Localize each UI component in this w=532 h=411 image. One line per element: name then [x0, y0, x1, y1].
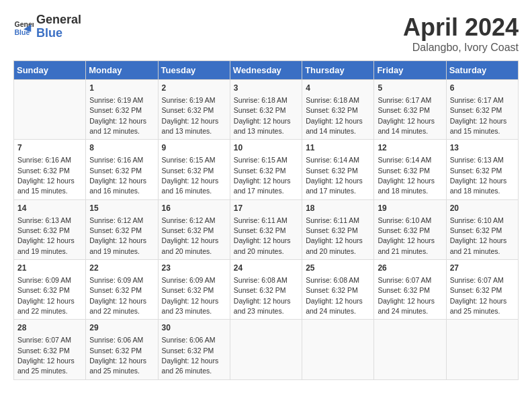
calendar-cell: 19Sunrise: 6:10 AM Sunset: 6:32 PM Dayli… — [374, 199, 446, 259]
day-number: 10 — [234, 142, 298, 154]
calendar-cell: 9Sunrise: 6:15 AM Sunset: 6:32 PM Daylig… — [158, 140, 230, 199]
calendar-cell — [374, 320, 446, 379]
logo-text: General Blue — [36, 13, 81, 40]
day-info: Sunrise: 6:10 AM Sunset: 6:32 PM Dayligh… — [450, 216, 507, 255]
col-header-monday: Monday — [86, 61, 158, 80]
calendar-table: SundayMondayTuesdayWednesdayThursdayFrid… — [13, 60, 519, 380]
day-number: 15 — [89, 203, 154, 214]
day-info: Sunrise: 6:16 AM Sunset: 6:32 PM Dayligh… — [89, 156, 146, 195]
day-info: Sunrise: 6:18 AM Sunset: 6:32 PM Dayligh… — [306, 96, 363, 135]
col-header-tuesday: Tuesday — [158, 61, 230, 80]
calendar-cell: 26Sunrise: 6:07 AM Sunset: 6:32 PM Dayli… — [374, 260, 446, 320]
day-info: Sunrise: 6:18 AM Sunset: 6:32 PM Dayligh… — [234, 96, 291, 135]
day-number: 14 — [17, 203, 82, 214]
day-info: Sunrise: 6:14 AM Sunset: 6:32 PM Dayligh… — [306, 156, 363, 195]
day-number: 19 — [378, 203, 442, 214]
day-info: Sunrise: 6:12 AM Sunset: 6:32 PM Dayligh… — [89, 216, 146, 255]
calendar-week-3: 14Sunrise: 6:13 AM Sunset: 6:32 PM Dayli… — [14, 199, 519, 259]
day-info: Sunrise: 6:15 AM Sunset: 6:32 PM Dayligh… — [234, 156, 291, 195]
day-number: 21 — [17, 263, 82, 274]
calendar-body: 1Sunrise: 6:19 AM Sunset: 6:32 PM Daylig… — [14, 80, 519, 380]
calendar-header-row: SundayMondayTuesdayWednesdayThursdayFrid… — [14, 61, 519, 80]
day-number: 24 — [234, 263, 298, 274]
calendar-cell — [446, 320, 518, 379]
calendar-cell: 1Sunrise: 6:19 AM Sunset: 6:32 PM Daylig… — [86, 80, 158, 140]
day-number: 17 — [234, 203, 298, 214]
calendar-cell: 21Sunrise: 6:09 AM Sunset: 6:32 PM Dayli… — [14, 260, 86, 320]
calendar-cell: 14Sunrise: 6:13 AM Sunset: 6:32 PM Dayli… — [14, 199, 86, 259]
calendar-cell: 20Sunrise: 6:10 AM Sunset: 6:32 PM Dayli… — [446, 199, 518, 259]
calendar-cell: 2Sunrise: 6:19 AM Sunset: 6:32 PM Daylig… — [158, 80, 230, 140]
calendar-cell: 4Sunrise: 6:18 AM Sunset: 6:32 PM Daylig… — [302, 80, 374, 140]
logo: General Blue General Blue — [13, 13, 81, 40]
calendar-cell: 22Sunrise: 6:09 AM Sunset: 6:32 PM Dayli… — [86, 260, 158, 320]
calendar-cell — [230, 320, 302, 379]
calendar-cell: 18Sunrise: 6:11 AM Sunset: 6:32 PM Dayli… — [302, 199, 374, 259]
day-number: 18 — [306, 203, 370, 214]
day-info: Sunrise: 6:08 AM Sunset: 6:32 PM Dayligh… — [234, 276, 291, 315]
col-header-thursday: Thursday — [302, 61, 374, 80]
calendar-cell: 10Sunrise: 6:15 AM Sunset: 6:32 PM Dayli… — [230, 140, 302, 199]
day-info: Sunrise: 6:06 AM Sunset: 6:32 PM Dayligh… — [89, 336, 146, 375]
day-info: Sunrise: 6:07 AM Sunset: 6:32 PM Dayligh… — [378, 276, 435, 315]
day-number: 7 — [17, 142, 82, 154]
calendar-cell: 25Sunrise: 6:08 AM Sunset: 6:32 PM Dayli… — [302, 260, 374, 320]
calendar-cell: 17Sunrise: 6:11 AM Sunset: 6:32 PM Dayli… — [230, 199, 302, 259]
day-info: Sunrise: 6:09 AM Sunset: 6:32 PM Dayligh… — [17, 276, 75, 315]
subtitle: Dalangbo, Ivory Coast — [403, 42, 519, 54]
day-info: Sunrise: 6:11 AM Sunset: 6:32 PM Dayligh… — [234, 216, 291, 255]
day-number: 29 — [89, 322, 154, 334]
day-info: Sunrise: 6:07 AM Sunset: 6:32 PM Dayligh… — [450, 276, 507, 315]
day-info: Sunrise: 6:07 AM Sunset: 6:32 PM Dayligh… — [17, 336, 75, 375]
calendar-week-4: 21Sunrise: 6:09 AM Sunset: 6:32 PM Dayli… — [14, 260, 519, 320]
col-header-saturday: Saturday — [446, 61, 518, 80]
day-number: 23 — [162, 263, 226, 274]
day-info: Sunrise: 6:13 AM Sunset: 6:32 PM Dayligh… — [450, 156, 507, 195]
calendar-cell: 16Sunrise: 6:12 AM Sunset: 6:32 PM Dayli… — [158, 199, 230, 259]
calendar-cell: 8Sunrise: 6:16 AM Sunset: 6:32 PM Daylig… — [86, 140, 158, 199]
day-info: Sunrise: 6:15 AM Sunset: 6:32 PM Dayligh… — [162, 156, 219, 195]
day-number: 3 — [234, 83, 298, 94]
day-info: Sunrise: 6:10 AM Sunset: 6:32 PM Dayligh… — [378, 216, 435, 255]
calendar-cell: 7Sunrise: 6:16 AM Sunset: 6:32 PM Daylig… — [14, 140, 86, 199]
calendar-cell: 30Sunrise: 6:06 AM Sunset: 6:32 PM Dayli… — [158, 320, 230, 379]
calendar-cell: 11Sunrise: 6:14 AM Sunset: 6:32 PM Dayli… — [302, 140, 374, 199]
logo-icon: General Blue — [13, 17, 34, 37]
svg-text:Blue: Blue — [15, 28, 30, 36]
day-info: Sunrise: 6:11 AM Sunset: 6:32 PM Dayligh… — [306, 216, 363, 255]
day-number: 28 — [17, 322, 82, 334]
day-number: 26 — [378, 263, 442, 274]
day-info: Sunrise: 6:12 AM Sunset: 6:32 PM Dayligh… — [162, 216, 219, 255]
page-header: General Blue General Blue April 2024 Dal… — [13, 13, 519, 54]
day-info: Sunrise: 6:19 AM Sunset: 6:32 PM Dayligh… — [89, 96, 146, 135]
day-info: Sunrise: 6:17 AM Sunset: 6:32 PM Dayligh… — [378, 96, 435, 135]
day-info: Sunrise: 6:09 AM Sunset: 6:32 PM Dayligh… — [89, 276, 146, 315]
calendar-cell: 12Sunrise: 6:14 AM Sunset: 6:32 PM Dayli… — [374, 140, 446, 199]
day-number: 6 — [450, 83, 515, 94]
calendar-cell — [14, 80, 86, 140]
calendar-week-2: 7Sunrise: 6:16 AM Sunset: 6:32 PM Daylig… — [14, 140, 519, 199]
day-info: Sunrise: 6:06 AM Sunset: 6:32 PM Dayligh… — [162, 336, 219, 375]
day-info: Sunrise: 6:19 AM Sunset: 6:32 PM Dayligh… — [162, 96, 219, 135]
day-number: 4 — [306, 83, 370, 94]
day-number: 9 — [162, 142, 226, 154]
day-info: Sunrise: 6:17 AM Sunset: 6:32 PM Dayligh… — [450, 96, 507, 135]
calendar-cell: 24Sunrise: 6:08 AM Sunset: 6:32 PM Dayli… — [230, 260, 302, 320]
calendar-cell: 23Sunrise: 6:09 AM Sunset: 6:32 PM Dayli… — [158, 260, 230, 320]
day-number: 27 — [450, 263, 515, 274]
day-number: 16 — [162, 203, 226, 214]
calendar-cell — [302, 320, 374, 379]
col-header-sunday: Sunday — [14, 61, 86, 80]
calendar-cell: 27Sunrise: 6:07 AM Sunset: 6:32 PM Dayli… — [446, 260, 518, 320]
day-number: 30 — [162, 322, 226, 334]
day-number: 25 — [306, 263, 370, 274]
title-block: April 2024 Dalangbo, Ivory Coast — [403, 13, 519, 54]
col-header-wednesday: Wednesday — [230, 61, 302, 80]
day-number: 5 — [378, 83, 442, 94]
calendar-cell: 13Sunrise: 6:13 AM Sunset: 6:32 PM Dayli… — [446, 140, 518, 199]
calendar-week-5: 28Sunrise: 6:07 AM Sunset: 6:32 PM Dayli… — [14, 320, 519, 379]
day-info: Sunrise: 6:08 AM Sunset: 6:32 PM Dayligh… — [306, 276, 363, 315]
day-number: 2 — [162, 83, 226, 94]
day-number: 8 — [89, 142, 154, 154]
main-title: April 2024 — [403, 13, 519, 42]
